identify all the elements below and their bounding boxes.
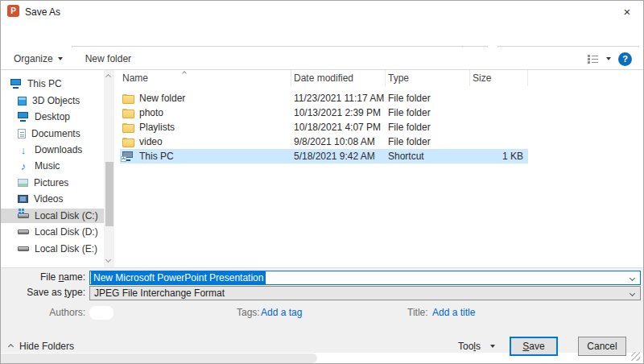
main-area: This PC 3D Objects Desktop Documents ↓ D… <box>1 70 643 267</box>
folder-icon <box>122 123 134 132</box>
file-row[interactable]: New folder 11/23/2021 11:17 AM File fold… <box>120 91 528 105</box>
title-bar: P Save As × <box>1 1 643 22</box>
command-bar: Organize New folder ? <box>1 48 643 70</box>
file-row[interactable]: video 9/8/2021 10:08 AM File folder <box>120 134 528 149</box>
footer-row: Hide Folders Tools Save Cancel <box>1 337 643 357</box>
file-row-selected[interactable]: This PC 5/18/2021 9:42 AM Shortcut 1 KB <box>120 149 528 163</box>
drive-c-icon <box>18 213 29 218</box>
sidebar-item-pictures[interactable]: Pictures <box>1 176 104 190</box>
drive-icon <box>18 230 29 234</box>
folder-icon <box>122 94 134 103</box>
save-as-dialog: P Save As × ← → ↑ This PC Local Disk (C:… <box>0 0 644 364</box>
bottom-pane: File name: New Microsoft PowerPoint Pres… <box>1 267 643 363</box>
sidebar-item-local-disk-e[interactable]: Local Disk (E:) <box>1 242 104 256</box>
authors-value-redacted <box>89 306 114 320</box>
sidebar-item-desktop[interactable]: Desktop <box>1 110 104 124</box>
sidebar-scrollbar[interactable] <box>104 70 114 267</box>
view-mode-icon[interactable] <box>588 54 599 64</box>
column-header-name[interactable]: Name <box>120 70 291 86</box>
tags-label: Tags: <box>237 306 260 320</box>
sidebar-item-this-pc[interactable]: This PC <box>1 77 104 91</box>
folder-icon <box>122 109 134 118</box>
cube-icon <box>18 97 27 105</box>
chevron-down-icon <box>58 57 63 60</box>
authors-label: Authors: <box>1 306 85 320</box>
scroll-up-icon[interactable] <box>105 74 111 80</box>
file-name-chevron-icon[interactable] <box>630 275 635 281</box>
tools-button[interactable]: Tools <box>458 341 495 351</box>
column-header-date-modified[interactable]: Date modified <box>291 70 386 86</box>
close-icon[interactable]: × <box>619 4 635 19</box>
powerpoint-icon: P <box>7 5 19 17</box>
computer-icon <box>10 79 22 89</box>
shortcut-computer-icon <box>122 151 134 161</box>
column-header-size[interactable]: Size <box>470 70 528 86</box>
sidebar-item-local-disk-d[interactable]: Local Disk (D:) <box>1 225 104 239</box>
help-button[interactable]: ? <box>618 52 632 66</box>
save-as-type-select[interactable]: JPEG File Interchange Format <box>89 286 641 300</box>
folder-icon <box>122 138 134 147</box>
music-note-icon: ♪ <box>18 161 29 172</box>
file-list: Name Date modified Type Size New folder … <box>120 70 644 267</box>
hide-folders-button[interactable]: Hide Folders <box>9 341 74 351</box>
save-as-type-label: Save as type: <box>1 286 85 300</box>
navigation-bar: ← → ↑ This PC Local Disk (C:) Users Desk… <box>1 22 643 48</box>
metadata-row: Authors: Tags: Add a tag Title: Add a ti… <box>1 306 643 321</box>
file-row[interactable]: photo 10/13/2021 2:39 PM File folder <box>120 105 528 120</box>
file-name-input[interactable]: New Microsoft PowerPoint Presentation <box>89 271 641 285</box>
file-row[interactable]: Playlists 10/18/2021 4:07 PM File folder <box>120 120 528 134</box>
drive-icon <box>18 246 29 251</box>
cancel-button[interactable]: Cancel <box>578 337 626 356</box>
monitor-icon <box>18 112 29 122</box>
document-icon <box>18 129 26 139</box>
window-title: Save As <box>25 7 60 17</box>
organize-button[interactable]: Organize <box>14 54 63 64</box>
column-headers: Name Date modified Type Size <box>120 70 644 86</box>
save-as-type-value: JPEG File Interchange Format <box>94 288 225 298</box>
tools-chevron-icon <box>490 345 495 348</box>
video-icon <box>18 195 28 203</box>
scrollbar-thumb[interactable] <box>105 162 114 226</box>
view-mode-chevron-icon[interactable] <box>606 57 611 60</box>
sidebar-item-music[interactable]: ♪ Music <box>1 159 104 173</box>
sidebar-item-downloads[interactable]: ↓ Downloads <box>1 143 104 157</box>
navigation-pane: This PC 3D Objects Desktop Documents ↓ D… <box>1 70 115 267</box>
sidebar-item-videos[interactable]: Videos <box>1 192 104 206</box>
resize-grip[interactable] <box>631 352 640 361</box>
save-button[interactable]: Save <box>510 337 558 356</box>
scroll-down-icon[interactable] <box>105 257 111 263</box>
save-as-type-chevron-icon[interactable] <box>630 291 635 296</box>
sidebar-item-local-disk-c[interactable]: Local Disk (C:) <box>1 209 104 223</box>
sidebar-item-3d-objects[interactable]: 3D Objects <box>1 93 104 108</box>
sidebar-item-documents[interactable]: Documents <box>1 126 104 141</box>
file-name-label: File name: <box>1 271 85 284</box>
column-header-type[interactable]: Type <box>386 70 470 86</box>
chevron-up-icon <box>8 343 14 349</box>
picture-icon <box>18 179 28 187</box>
title-label: Title: <box>407 306 428 320</box>
add-a-tag-link[interactable]: Add a tag <box>261 306 302 320</box>
add-a-title-link[interactable]: Add a title <box>432 306 475 320</box>
download-arrow-icon: ↓ <box>18 145 29 155</box>
file-name-value: New Microsoft PowerPoint Presentation <box>91 271 266 284</box>
new-folder-button[interactable]: New folder <box>85 54 131 64</box>
